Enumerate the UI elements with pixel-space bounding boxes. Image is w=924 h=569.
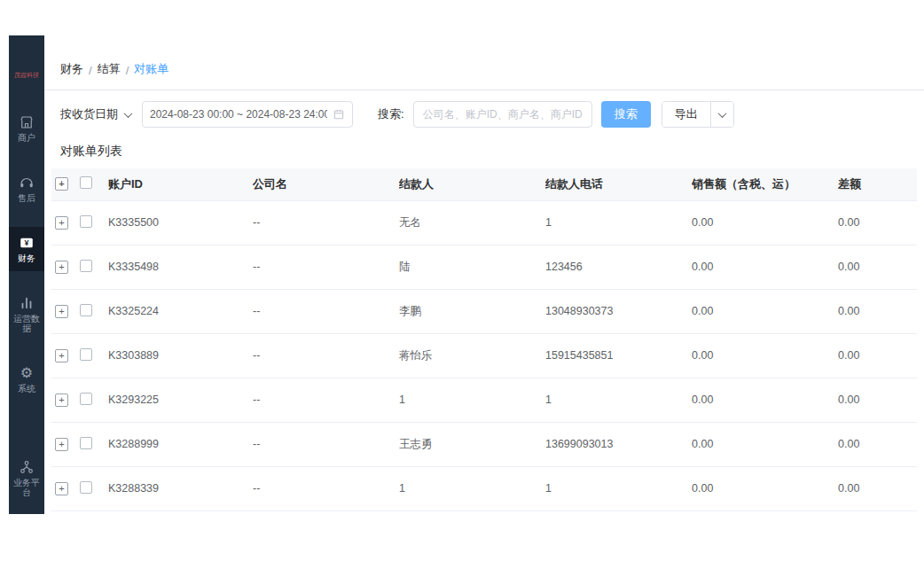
cell-payee: 李鹏 [399,289,545,333]
cell-phone: 1 [545,466,692,511]
cell-account-id: K3325224 [108,289,253,333]
expand-row-button[interactable]: + [55,305,68,318]
cell-diff: 0.00 [838,422,917,466]
expand-row-button[interactable]: + [55,438,68,451]
sidebar-item-after-sales[interactable]: 售后 [9,167,44,211]
cell-sales: 0.00 [692,422,838,466]
search-button[interactable]: 搜索 [601,101,651,128]
sidebar-item-system[interactable]: ⚙ 系统 [9,357,44,401]
breadcrumb: 财务 / 结算 / 对账单 [44,35,924,90]
cell-company: -- [253,422,399,466]
export-dropdown-button[interactable] [710,102,733,127]
sitemap-icon [19,459,35,475]
sidebar: 茂霞科技 商户 售后 ¥ [9,35,44,514]
cell-company: -- [253,200,399,245]
filter-bar: 按收货日期 搜索: 搜索 导出 [44,90,924,136]
cell-payee: 1 [399,466,545,511]
cell-sales: 0.00 [692,200,838,245]
export-button[interactable]: 导出 [662,102,710,127]
table-row: + K3335500 -- 无名 1 0.00 0.00 [51,200,917,245]
date-range-input[interactable] [150,108,327,121]
table-row: + K3325224 -- 李鹏 13048930373 0.00 0.00 [51,289,917,333]
expand-row-button[interactable]: + [55,482,68,495]
cell-payee: 蒋怡乐 [399,333,545,378]
breadcrumb-separator: / [89,64,92,77]
sidebar-item-business-platform[interactable]: 业务平台 [9,451,44,505]
row-checkbox[interactable] [80,481,92,494]
svg-text:¥: ¥ [24,238,28,247]
cell-account-id: K3335498 [108,245,253,289]
cell-diff: 0.00 [838,466,917,511]
sidebar-item-label: 售后 [11,193,43,203]
app-frame: 茂霞科技 商户 售后 ¥ [9,35,924,514]
page-title: 对账单列表 [44,136,924,168]
breadcrumb-separator: / [126,64,129,77]
cell-account-id: K3335500 [108,200,253,245]
date-type-label: 按收货日期 [60,106,118,122]
row-checkbox[interactable] [80,260,92,272]
sidebar-item-merchant[interactable]: 商户 [9,106,44,151]
cell-phone: 1 [545,200,692,245]
cell-payee: 陆 [399,245,545,289]
store-icon [19,114,35,130]
bar-chart-icon [19,295,35,311]
cell-company: -- [253,333,399,378]
cell-account-id: K3293225 [108,378,253,422]
breadcrumb-part[interactable]: 财务 [60,61,83,77]
expand-row-button[interactable]: + [55,349,68,362]
yuan-icon: ¥ [19,235,35,251]
table-row: + K3303889 -- 蒋怡乐 15915435851 0.00 0.00 [51,333,917,378]
table-row: + K3293225 -- 1 1 0.00 0.00 [51,378,917,422]
breadcrumb-part[interactable]: 结算 [98,61,121,77]
sidebar-item-label: 业务平台 [11,478,43,497]
cell-phone: 15915435851 [545,333,692,378]
sidebar-item-finance[interactable]: ¥ 财务 [9,227,44,271]
breadcrumb-current: 对账单 [134,61,168,77]
calendar-icon [333,108,345,121]
cell-company: -- [253,466,399,511]
cell-company: -- [253,378,399,422]
row-checkbox[interactable] [80,215,92,228]
expand-row-button[interactable]: + [55,261,68,274]
cell-diff: 0.00 [838,245,917,289]
cell-phone: 1 [545,378,692,422]
search-label: 搜索: [378,106,404,122]
statement-table: + 账户ID 公司名 结款人 结款人电话 销售额（含税、运） 差额 + K333… [51,168,917,511]
chevron-down-icon [124,109,133,118]
gear-icon: ⚙ [20,365,33,381]
main-content: 财务 / 结算 / 对账单 按收货日期 搜索: 搜索 导出 [44,35,924,514]
cell-account-id: K3288999 [108,422,253,466]
cell-diff: 0.00 [838,333,917,378]
sidebar-item-label: 财务 [11,253,43,263]
date-type-select[interactable]: 按收货日期 [60,106,131,122]
expand-all-button[interactable]: + [55,177,68,191]
table-row: + K3335498 -- 陆 123456 0.00 0.00 [51,245,917,289]
sidebar-item-label: 系统 [11,384,43,394]
cell-diff: 0.00 [838,378,917,422]
sidebar-item-label: 运营数据 [11,314,43,333]
column-header-company: 公司名 [253,168,399,200]
chevron-down-icon [717,109,726,118]
select-all-checkbox[interactable] [80,176,92,189]
export-split-button: 导出 [662,101,734,128]
table-row: + K3288999 -- 王志勇 13699093013 0.00 0.00 [51,422,917,466]
column-header-sales: 销售额（含税、运） [692,168,838,200]
table-header-row: + 账户ID 公司名 结款人 结款人电话 销售额（含税、运） 差额 [51,168,917,200]
headset-icon [19,175,35,191]
row-checkbox[interactable] [80,437,92,449]
cell-company: -- [253,289,399,333]
expand-row-button[interactable]: + [55,394,68,407]
expand-row-button[interactable]: + [55,216,68,230]
search-input[interactable] [413,101,592,128]
cell-company: -- [253,245,399,289]
date-range-picker[interactable] [142,101,353,128]
row-checkbox[interactable] [80,393,92,405]
row-checkbox[interactable] [80,304,92,316]
row-checkbox[interactable] [80,348,92,361]
cell-account-id: K3303889 [108,333,253,378]
cell-account-id: K3288339 [108,466,253,511]
column-header-payee: 结款人 [399,168,545,200]
cell-sales: 0.00 [692,245,838,289]
sidebar-item-operations-data[interactable]: 运营数据 [9,287,44,341]
table-row: + K3288339 -- 1 1 0.00 0.00 [51,466,917,511]
